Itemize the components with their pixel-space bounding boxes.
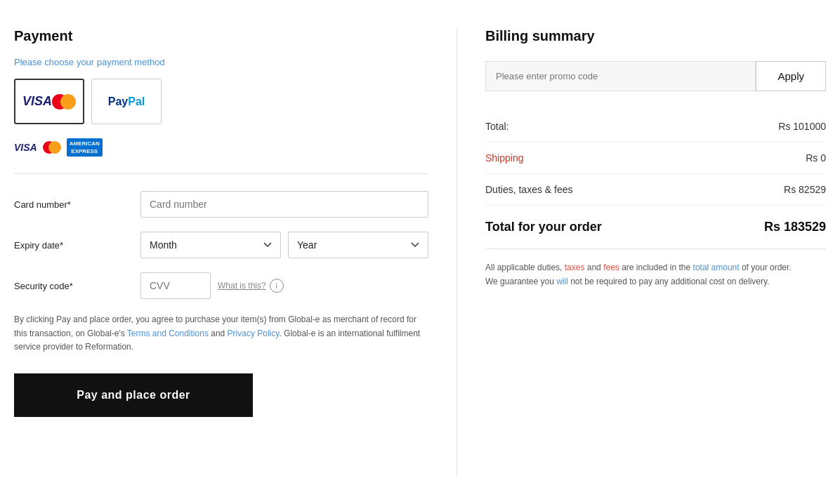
paypal-option[interactable]: PayPal	[91, 79, 162, 124]
shipping-value: Rs 0	[806, 152, 826, 164]
promo-code-input[interactable]	[485, 61, 756, 91]
payment-title: Payment	[14, 28, 428, 44]
mc-circle-right-icon	[60, 94, 76, 110]
amex-logo: AMERICANEXPRESS	[67, 138, 103, 157]
mastercard-logo	[52, 94, 76, 110]
terms-link[interactable]: Terms and Conditions	[127, 329, 209, 338]
payment-panel: Payment Please choose your payment metho…	[14, 28, 428, 476]
payment-options: VISA PayPal	[14, 79, 428, 124]
order-total-label: Total for your order	[485, 220, 602, 234]
terms-text: By clicking Pay and place order, you agr…	[14, 313, 428, 354]
total-label: Total:	[485, 121, 508, 132]
info-icon[interactable]: i	[270, 279, 284, 293]
duties-value: Rs 82529	[784, 184, 826, 195]
shipping-row: Shipping Rs 0	[485, 142, 826, 174]
cvv-input[interactable]	[140, 272, 211, 299]
billing-title: Billing summary	[485, 28, 826, 44]
card-number-row: Card number*	[14, 191, 428, 218]
mastercard-small-logo	[43, 141, 61, 154]
year-select[interactable]: Year 2024202520262027 202820292030	[288, 232, 428, 258]
choose-method-label: Please choose your payment method	[14, 57, 428, 67]
expiry-date-label: Expiry date*	[14, 240, 140, 251]
total-row: Total: Rs 101000	[485, 111, 826, 142]
total-value: Rs 101000	[778, 121, 826, 132]
visa-logo: VISA	[22, 94, 52, 109]
form-divider	[14, 173, 428, 174]
accepted-cards-row: VISA AMERICANEXPRESS	[14, 138, 428, 157]
mc-small-circle-right	[48, 141, 61, 154]
card-number-input[interactable]	[140, 191, 428, 218]
duties-row: Duties, taxes & fees Rs 82529	[485, 174, 826, 206]
promo-row: Apply	[485, 61, 826, 91]
visa-small-logo: VISA	[14, 142, 37, 153]
shipping-label: Shipping	[485, 152, 524, 164]
billing-panel: Billing summary Apply Total: Rs 101000 S…	[457, 28, 826, 476]
what-is-this-link[interactable]: What is this?	[218, 281, 266, 291]
privacy-link[interactable]: Privacy Policy	[228, 329, 280, 338]
card-number-label: Card number*	[14, 199, 140, 210]
guarantee-text: All applicable duties, taxes and fees ar…	[485, 260, 826, 289]
pay-and-place-order-button[interactable]: Pay and place order	[14, 373, 253, 417]
visa-mc-option[interactable]: VISA	[14, 79, 84, 124]
security-code-row: Security code* What is this? i	[14, 272, 428, 299]
apply-button[interactable]: Apply	[756, 61, 826, 91]
duties-label: Duties, taxes & fees	[485, 184, 573, 195]
order-total-row: Total for your order Rs 183529	[485, 206, 826, 249]
order-total-value: Rs 183529	[764, 220, 826, 234]
expiry-selects: Month 01020304 05060708 09101112 Year 20…	[140, 232, 428, 258]
month-select[interactable]: Month 01020304 05060708 09101112	[140, 232, 281, 258]
paypal-logo: PayPal	[108, 95, 145, 108]
security-code-label: Security code*	[14, 281, 140, 291]
expiry-date-row: Expiry date* Month 01020304 05060708 091…	[14, 232, 428, 258]
